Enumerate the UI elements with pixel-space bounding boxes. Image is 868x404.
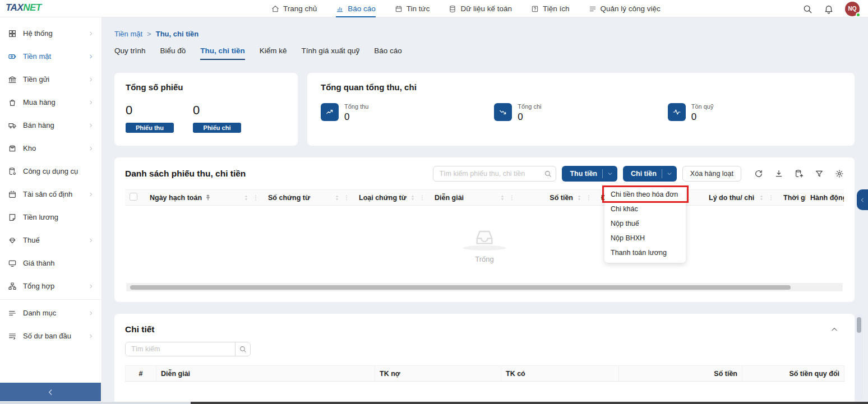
tab-bao-cao[interactable]: Báo cáo	[374, 47, 402, 60]
right-drawer-handle[interactable]	[857, 189, 868, 210]
payment-money-button[interactable]: Chi tiền	[623, 166, 677, 182]
menu-item-nop-thue[interactable]: Nộp thuế	[604, 216, 686, 231]
sort-icon[interactable]	[334, 194, 340, 201]
receipt-voucher-button[interactable]: Phiếu thu	[126, 123, 174, 133]
nav-item-tin-tuc[interactable]: Tin tức	[395, 0, 430, 17]
detail-card: Chi tiết # Diễn giải TK nợ TK có Số tiền	[114, 314, 855, 404]
online-status-dot	[856, 12, 861, 17]
sidebar-item-label: Tiền lương	[23, 213, 94, 221]
receipt-voucher-count: 0	[126, 103, 174, 118]
bulk-delete-button[interactable]: Xóa hàng loạt	[682, 166, 741, 182]
tab-bieu-do[interactable]: Biểu đồ	[160, 47, 186, 60]
refresh-icon[interactable]	[754, 169, 763, 178]
sidebar-item-so-du-ban-dau[interactable]: Số dư ban đầu	[0, 324, 101, 347]
sidebar-item-he-thong[interactable]: Hệ thống	[0, 22, 101, 45]
column-header: Số tiền	[550, 194, 573, 202]
breadcrumb-parent[interactable]: Tiền mặt	[114, 30, 142, 38]
menu-item-nop-bhxh[interactable]: Nộp BHXH	[604, 231, 686, 245]
sort-icon[interactable]	[576, 194, 583, 201]
sidebar-item-tien-luong[interactable]: Tiền lương	[0, 206, 101, 229]
chevron-left-icon	[860, 197, 865, 203]
nav-item-trang-chu[interactable]: Trang chủ	[271, 0, 317, 17]
detail-table-wrap: # Diễn giải TK nợ TK có Số tiền Số tiền …	[125, 365, 844, 382]
filter-icon[interactable]	[815, 169, 824, 178]
column-header: Loại chứng từ	[359, 194, 407, 202]
sidebar-item-tien-gui[interactable]: Tiền gửi	[0, 68, 101, 91]
column-menu-icon[interactable]	[509, 194, 515, 201]
sort-icon[interactable]	[409, 194, 416, 201]
sidebar-item-thue[interactable]: Thuế	[0, 229, 101, 252]
sidebar-item-label: Danh mục	[23, 309, 82, 317]
empty-state: Trống	[125, 206, 844, 283]
table-horizontal-scrollbar[interactable]	[126, 283, 843, 291]
sidebar-item-gia-thanh[interactable]: Giá thành	[0, 252, 101, 275]
menu-item-label: Chi tiền theo hóa đơn	[611, 191, 678, 198]
scrollbar-thumb[interactable]	[130, 285, 791, 290]
nav-item-tien-ich[interactable]: Tiện ích	[531, 0, 570, 17]
nav-item-du-lieu-ke-toan[interactable]: Dữ liệu kế toán	[449, 0, 512, 17]
page-horizontal-scrollbar[interactable]	[0, 402, 868, 404]
sidebar-item-tai-san-co-dinh[interactable]: Tài sản cố định	[0, 183, 101, 206]
sidebar-item-cong-cu-dung-cu[interactable]: Công cụ dụng cụ	[0, 160, 101, 183]
stat-label: Tổng thu	[344, 103, 368, 110]
column-menu-icon[interactable]	[585, 194, 592, 201]
nav-item-bao-cao[interactable]: Báo cáo	[336, 0, 376, 17]
pin-icon[interactable]	[205, 194, 211, 201]
select-all-checkbox[interactable]	[130, 193, 137, 201]
database-icon	[449, 5, 456, 13]
column-menu-icon[interactable]	[343, 194, 350, 201]
sort-icon[interactable]	[243, 194, 250, 201]
menu-item-chi-khac[interactable]: Chi khác	[604, 202, 686, 216]
app-logo[interactable]: TAXNET	[6, 2, 41, 13]
sidebar-item-mua-hang[interactable]: Mua hàng	[0, 91, 101, 114]
download-icon[interactable]	[774, 169, 783, 178]
tab-quy-trinh[interactable]: Quy trình	[114, 47, 146, 60]
scrollbar-thumb[interactable]	[191, 402, 868, 404]
avatar[interactable]: NQ	[845, 2, 860, 16]
tab-tinh-gia-xuat-quy[interactable]: Tính giá xuất quỹ	[302, 47, 360, 60]
chevron-right-icon	[88, 284, 94, 289]
chevron-down-icon[interactable]	[602, 169, 617, 178]
column-header: Diễn giải	[161, 370, 190, 378]
sort-icon[interactable]	[758, 194, 765, 201]
bell-icon[interactable]	[824, 4, 834, 14]
column-menu-icon[interactable]	[419, 194, 426, 201]
detail-search	[125, 342, 251, 356]
sidebar-item-kho[interactable]: Kho	[0, 137, 101, 160]
column-menu-icon[interactable]	[252, 194, 259, 201]
hierarchy-icon	[8, 282, 17, 291]
sidebar-item-danh-muc[interactable]: Danh mục	[0, 301, 101, 324]
gear-icon[interactable]	[835, 169, 844, 178]
search-icon[interactable]	[802, 4, 812, 14]
receipt-money-button[interactable]: Thu tiền	[562, 166, 617, 182]
chevron-down-icon[interactable]	[662, 169, 677, 178]
nav-label: Dữ liệu kế toán	[460, 4, 512, 13]
sidebar-item-ban-hang[interactable]: Bán hàng	[0, 114, 101, 137]
scrollbar-thumb[interactable]	[857, 317, 861, 333]
search-icon[interactable]	[544, 170, 552, 178]
menu-item-chi-tien-theo-hoa-don[interactable]: Chi tiền theo hóa đơn	[604, 187, 686, 202]
sidebar-item-tien-mat[interactable]: Tiền mặt	[0, 45, 101, 68]
column-header: Lý do thu/ chi	[709, 194, 754, 202]
voucher-search	[433, 166, 556, 182]
nav-item-quan-ly-cong-viec[interactable]: Quản lý công việc	[589, 0, 661, 17]
export-data-icon[interactable]	[795, 169, 804, 178]
chevron-right-icon	[88, 333, 94, 339]
payment-voucher-button[interactable]: Phiếu chi	[193, 123, 241, 133]
tab-thu-chi-tien[interactable]: Thu, chi tiền	[200, 47, 245, 60]
menu-item-thanh-toan-luong[interactable]: Thanh toán lương	[604, 245, 686, 260]
detail-search-input[interactable]	[126, 342, 235, 356]
search-icon[interactable]	[235, 342, 250, 356]
chevron-up-icon[interactable]	[830, 326, 838, 333]
vertical-scrollbar[interactable]	[855, 314, 863, 401]
voucher-search-input[interactable]	[433, 166, 556, 182]
breadcrumb: Tiền mặt > Thu, chi tiền	[114, 30, 198, 38]
tab-kiem-ke[interactable]: Kiểm kê	[260, 47, 287, 60]
sort-icon[interactable]	[499, 194, 506, 201]
nav-label: Trang chủ	[283, 4, 317, 13]
sidebar-collapse-button[interactable]	[0, 383, 101, 401]
sidebar-menu: Hệ thống Tiền mặt Tiền gửi Mua hàng Bán	[0, 17, 101, 347]
sidebar-item-tong-hop[interactable]: Tổng hợp	[0, 275, 101, 298]
column-menu-icon[interactable]	[768, 194, 774, 201]
detail-header: Chi tiết	[125, 324, 844, 335]
